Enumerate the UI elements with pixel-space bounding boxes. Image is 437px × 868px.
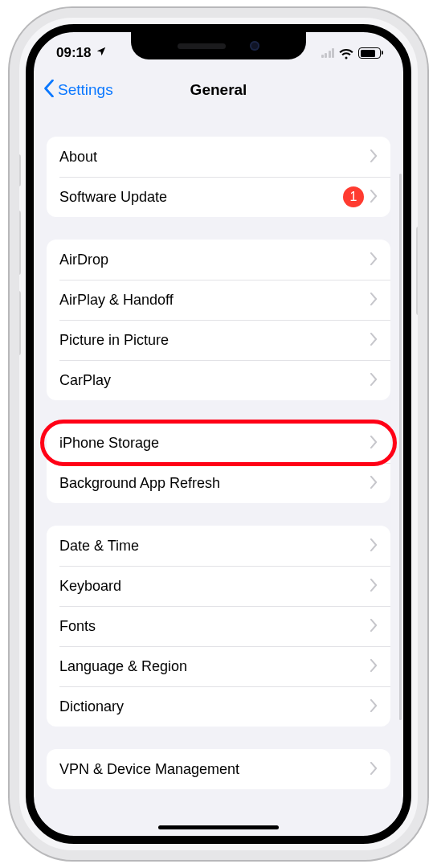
chevron-right-icon (370, 759, 378, 780)
row-keyboard[interactable]: Keyboard (47, 566, 390, 606)
back-label: Settings (58, 81, 113, 99)
row-label: Language & Region (59, 658, 364, 675)
row-vpn-device-mgmt[interactable]: VPN & Device Management (47, 749, 390, 789)
row-label: AirPlay & Handoff (59, 292, 364, 309)
settings-group: AirDropAirPlay & HandoffPicture in Pictu… (47, 240, 390, 400)
side-button-power (416, 227, 421, 315)
row-date-time[interactable]: Date & Time (47, 526, 390, 566)
row-dictionary[interactable]: Dictionary (47, 686, 390, 727)
row-label: AirDrop (59, 252, 364, 268)
back-button[interactable]: Settings (43, 80, 113, 100)
scroll-indicator (399, 174, 402, 720)
chevron-right-icon (370, 289, 378, 310)
row-label: Keyboard (59, 578, 364, 595)
battery-icon (358, 47, 381, 59)
chevron-right-icon (370, 656, 378, 677)
row-label: Dictionary (59, 698, 364, 715)
chevron-right-icon (370, 186, 378, 207)
nav-bar: Settings General (34, 71, 403, 109)
cellular-signal-icon (321, 48, 335, 58)
side-button-silence (16, 154, 21, 186)
settings-group: iPhone StorageBackground App Refresh (47, 423, 390, 503)
phone-frame: 09:18 (10, 8, 427, 860)
row-label: Date & Time (59, 538, 364, 555)
notification-badge: 1 (343, 186, 364, 207)
row-label: CarPlay (59, 372, 364, 389)
chevron-right-icon (370, 146, 378, 167)
wifi-icon (339, 47, 353, 59)
status-bar: 09:18 (34, 32, 403, 71)
status-time: 09:18 (56, 45, 91, 61)
row-label: VPN & Device Management (59, 761, 364, 778)
row-airplay-handoff[interactable]: AirPlay & Handoff (47, 280, 390, 320)
row-about[interactable]: About (47, 137, 390, 177)
settings-group: Date & TimeKeyboardFontsLanguage & Regio… (47, 526, 390, 727)
chevron-right-icon (370, 696, 378, 717)
row-language-region[interactable]: Language & Region (47, 646, 390, 686)
row-software-update[interactable]: Software Update1 (47, 177, 390, 217)
content-scroll[interactable]: AboutSoftware Update1AirDropAirPlay & Ha… (34, 109, 403, 836)
row-background-app-refresh[interactable]: Background App Refresh (47, 463, 390, 503)
row-label: iPhone Storage (59, 435, 364, 452)
status-left: 09:18 (56, 42, 107, 61)
row-iphone-storage[interactable]: iPhone Storage (47, 423, 390, 463)
chevron-right-icon (370, 616, 378, 637)
chevron-right-icon (370, 330, 378, 350)
settings-group: VPN & Device Management (47, 749, 390, 789)
status-right (321, 44, 382, 59)
chevron-right-icon (370, 370, 378, 391)
side-button-volume-up (16, 211, 21, 275)
row-picture-in-picture[interactable]: Picture in Picture (47, 320, 390, 360)
chevron-left-icon (43, 80, 55, 100)
chevron-right-icon (370, 575, 378, 596)
row-carplay[interactable]: CarPlay (47, 360, 390, 400)
row-label: Fonts (59, 618, 364, 635)
row-airdrop[interactable]: AirDrop (47, 240, 390, 280)
side-button-volume-down (16, 291, 21, 355)
chevron-right-icon (370, 473, 378, 493)
chevron-right-icon (370, 249, 378, 270)
row-label: Software Update (59, 189, 343, 206)
row-label: Picture in Picture (59, 332, 364, 349)
home-indicator[interactable] (158, 825, 279, 829)
settings-group: AboutSoftware Update1 (47, 137, 390, 217)
chevron-right-icon (370, 535, 378, 556)
row-label: About (59, 149, 364, 166)
chevron-right-icon (370, 432, 378, 453)
location-services-icon (96, 45, 107, 61)
screen: 09:18 (26, 24, 411, 844)
row-label: Background App Refresh (59, 475, 364, 492)
row-fonts[interactable]: Fonts (47, 606, 390, 646)
